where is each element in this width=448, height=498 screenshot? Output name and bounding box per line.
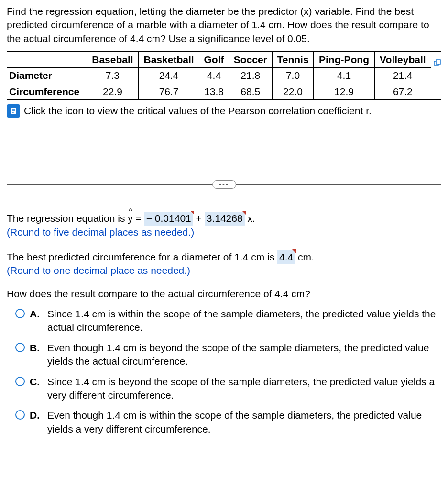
- compare-question: How does the result compare to the actua…: [7, 287, 441, 301]
- cell: 13.8: [199, 84, 229, 100]
- cell: 7.0: [272, 68, 314, 84]
- table-header-row: Baseball Basketball Golf Soccer Tennis P…: [7, 52, 442, 68]
- option-c[interactable]: C. Since 1.4 cm is beyond the scope of t…: [7, 375, 441, 402]
- cell: 4.4: [199, 68, 229, 84]
- equals: =: [133, 213, 144, 224]
- table-row: Diameter 7.3 24.4 4.4 21.8 7.0 4.1 21.4: [7, 68, 442, 84]
- prediction-line: The best predicted circumference for a d…: [7, 250, 441, 264]
- cell: 22.9: [87, 84, 139, 100]
- option-text: Since 1.4 cm is beyond the scope of the …: [47, 375, 441, 402]
- option-d[interactable]: D. Even though 1.4 cm is within the scop…: [7, 409, 441, 436]
- col-header: Golf: [199, 52, 229, 68]
- pred-suffix: cm.: [295, 251, 314, 262]
- col-header: Basketball: [138, 52, 199, 68]
- row-label: Diameter: [7, 68, 87, 84]
- col-header: Baseball: [87, 52, 139, 68]
- col-header: Soccer: [229, 52, 272, 68]
- rounding-note: (Round to five decimal places as needed.…: [7, 226, 441, 239]
- table-row: Circumference 22.9 76.7 13.8 68.5 22.0 1…: [7, 84, 442, 100]
- option-a[interactable]: A. Since 1.4 cm is within the scope of t…: [7, 307, 441, 335]
- option-letter: D.: [30, 409, 40, 422]
- col-header: Ping-Pong: [314, 52, 374, 68]
- option-letter: A.: [30, 307, 40, 321]
- cell: 22.0: [272, 84, 314, 100]
- row-label: Circumference: [7, 84, 87, 100]
- y-hat-symbol: ^y: [128, 212, 133, 225]
- cell: 76.7: [138, 84, 199, 100]
- option-text: Even though 1.4 cm is beyond the scope o…: [47, 341, 441, 368]
- option-text: Since 1.4 cm is within the scope of the …: [47, 307, 441, 335]
- cell: 12.9: [314, 84, 374, 100]
- regression-equation-line: The regression equation is ^y = − 0.0140…: [7, 212, 441, 225]
- svg-rect-1: [436, 60, 440, 64]
- eq-suffix: x.: [245, 213, 255, 224]
- cell: 7.3: [87, 68, 139, 84]
- pred-prefix: The best predicted circumference for a d…: [7, 251, 277, 262]
- cell: 4.1: [314, 68, 374, 84]
- option-letter: B.: [30, 341, 40, 355]
- radio-icon[interactable]: [15, 410, 25, 420]
- option-b[interactable]: B. Even though 1.4 cm is beyond the scop…: [7, 341, 441, 368]
- expand-button[interactable]: •••: [212, 180, 236, 189]
- radio-icon[interactable]: [15, 309, 25, 318]
- popout-icon[interactable]: [434, 57, 441, 65]
- option-text: Even though 1.4 cm is within the scope o…: [47, 409, 441, 436]
- critical-values-link[interactable]: Click the icon to view the critical valu…: [24, 104, 372, 118]
- radio-icon[interactable]: [15, 377, 25, 386]
- cell: 68.5: [229, 84, 272, 100]
- question-text: Find the regression equation, letting th…: [7, 5, 441, 45]
- cell: 67.2: [374, 84, 431, 100]
- cell: 24.4: [138, 68, 199, 84]
- data-table: Baseball Basketball Golf Soccer Tennis P…: [7, 51, 441, 100]
- slope-input[interactable]: 3.14268: [205, 212, 245, 225]
- intercept-input[interactable]: − 0.01401: [144, 212, 193, 225]
- document-icon[interactable]: [7, 104, 20, 118]
- cell: 21.4: [374, 68, 431, 84]
- cell: 21.8: [229, 68, 272, 84]
- rounding-note-2: (Round to one decimal place as needed.): [7, 264, 441, 277]
- radio-icon[interactable]: [15, 343, 25, 352]
- plus: +: [193, 213, 205, 224]
- col-header: Tennis: [272, 52, 314, 68]
- col-header: Volleyball: [374, 52, 431, 68]
- eq-prefix: The regression equation is: [7, 213, 128, 224]
- options-group: A. Since 1.4 cm is within the scope of t…: [7, 307, 441, 436]
- option-letter: C.: [30, 375, 40, 389]
- prediction-input[interactable]: 4.4: [277, 250, 295, 264]
